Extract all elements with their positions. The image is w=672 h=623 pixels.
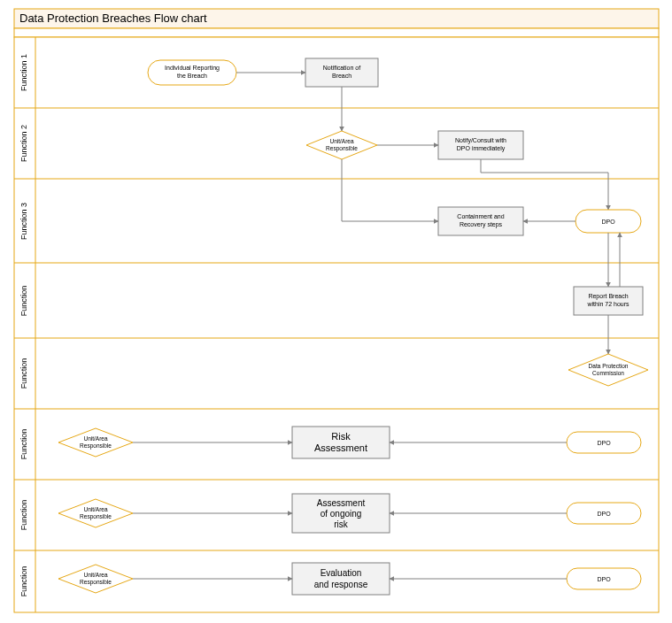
svg-text:within 72 hours: within 72 hours	[586, 301, 630, 307]
svg-text:Notify/Consult with: Notify/Consult with	[455, 137, 506, 144]
svg-text:Responsible: Responsible	[80, 442, 112, 450]
svg-text:and response: and response	[314, 580, 368, 589]
lane-label: Function	[19, 566, 28, 597]
svg-text:the Breach: the Breach	[177, 73, 207, 79]
lane-label: Function 1	[19, 54, 28, 91]
svg-text:DPO: DPO	[597, 511, 611, 517]
svg-text:DPO: DPO	[597, 440, 611, 446]
svg-text:of ongoing: of ongoing	[321, 509, 362, 519]
svg-text:Notification of: Notification of	[323, 65, 360, 71]
svg-text:Risk: Risk	[331, 431, 351, 442]
svg-text:DPO: DPO	[601, 219, 615, 225]
svg-text:Containment and: Containment and	[457, 213, 504, 219]
lane-label: Function	[19, 286, 28, 317]
lane-label: Function	[19, 358, 28, 389]
svg-rect-0	[14, 28, 659, 37]
svg-text:Data Protection: Data Protection	[589, 363, 629, 369]
svg-text:DPO: DPO	[597, 576, 611, 582]
svg-text:Unit/Area: Unit/Area	[83, 572, 107, 578]
svg-text:Assessment: Assessment	[317, 498, 366, 508]
svg-text:Assessment: Assessment	[314, 442, 367, 453]
lane-label: Function 2	[19, 125, 28, 162]
svg-text:risk: risk	[334, 519, 349, 529]
svg-text:Commission: Commission	[592, 370, 624, 376]
chart-title: Data Protection Breaches Flow chart	[19, 12, 207, 25]
svg-text:Evaluation: Evaluation	[321, 568, 362, 578]
svg-text:Report Breach: Report Breach	[588, 293, 628, 300]
lane-label: Function	[19, 429, 28, 460]
svg-text:Unit/Area: Unit/Area	[83, 506, 107, 512]
svg-text:Unit/Area: Unit/Area	[83, 435, 107, 442]
svg-text:DPO immediately: DPO immediately	[457, 145, 506, 152]
svg-text:Unit/Area: Unit/Area	[329, 138, 353, 144]
svg-text:Recovery steps: Recovery steps	[460, 221, 503, 228]
flowchart-canvas: Data Protection Breaches Flow chart Func…	[0, 0, 672, 623]
svg-text:Breach: Breach	[332, 73, 351, 79]
svg-text:Individual Reporting: Individual Reporting	[165, 65, 220, 72]
lane-label: Function 3	[19, 203, 28, 240]
svg-text:Responsible: Responsible	[326, 145, 358, 152]
lane-label: Function	[19, 500, 28, 531]
svg-text:Responsible: Responsible	[80, 579, 112, 586]
svg-text:Responsible: Responsible	[80, 513, 112, 520]
